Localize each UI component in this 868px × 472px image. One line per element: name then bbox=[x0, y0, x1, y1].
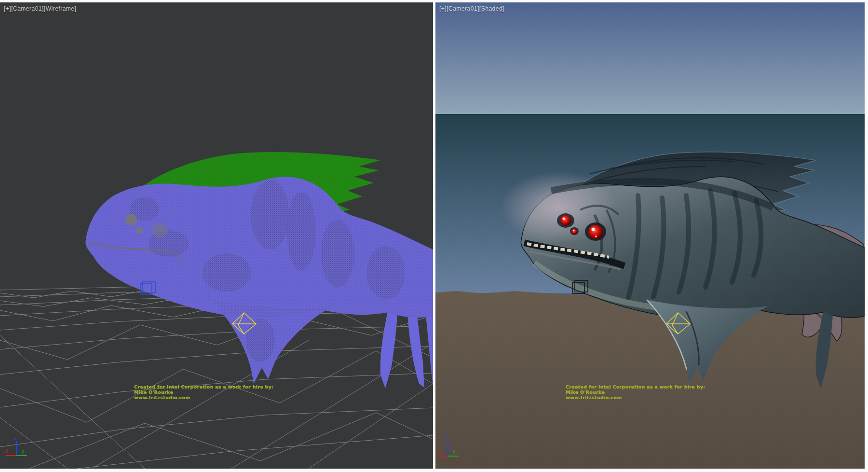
credit-line-2: Mike O'Rourke bbox=[566, 389, 705, 395]
axis-z-label: z bbox=[446, 436, 448, 441]
credit-line-3: www.fritzstudio.com bbox=[566, 395, 705, 400]
sand-ground bbox=[435, 291, 865, 469]
viewport-shaded[interactable]: [+][Camera01][Shaded] bbox=[435, 2, 865, 469]
horizon-line bbox=[435, 114, 865, 115]
axis-y-label: y bbox=[453, 449, 456, 454]
credit-line-3: www.fritzstudio.com bbox=[134, 395, 273, 400]
tail-strand bbox=[407, 314, 424, 388]
viewport-split-frame: [+][Camera01][Wireframe] bbox=[0, 0, 868, 472]
axis-z-label: z bbox=[14, 435, 16, 441]
tail-strand bbox=[380, 311, 397, 389]
viewport-wireframe[interactable]: [+][Camera01][Wireframe] bbox=[0, 2, 433, 469]
credit-watermark: Created for Intel Corporation as a work … bbox=[134, 384, 273, 400]
credit-line-1: Created for Intel Corporation as a work … bbox=[134, 384, 273, 389]
credit-line-1: Created for Intel Corporation as a work … bbox=[566, 384, 705, 389]
axis-x-label: X bbox=[5, 448, 8, 454]
tail-strand bbox=[426, 315, 433, 386]
credit-watermark: Created for Intel Corporation as a work … bbox=[566, 384, 705, 400]
viewport-label[interactable]: [+][Camera01][Wireframe] bbox=[4, 5, 76, 12]
credit-line-2: Mike O'Rourke bbox=[134, 389, 273, 395]
axis-y-label: y bbox=[22, 448, 25, 454]
wireframe-fish-model[interactable] bbox=[85, 152, 433, 389]
viewport-label[interactable]: [+][Camera01][Shaded] bbox=[439, 5, 504, 12]
sky-background bbox=[435, 2, 865, 114]
axis-x-label: x bbox=[438, 449, 441, 454]
